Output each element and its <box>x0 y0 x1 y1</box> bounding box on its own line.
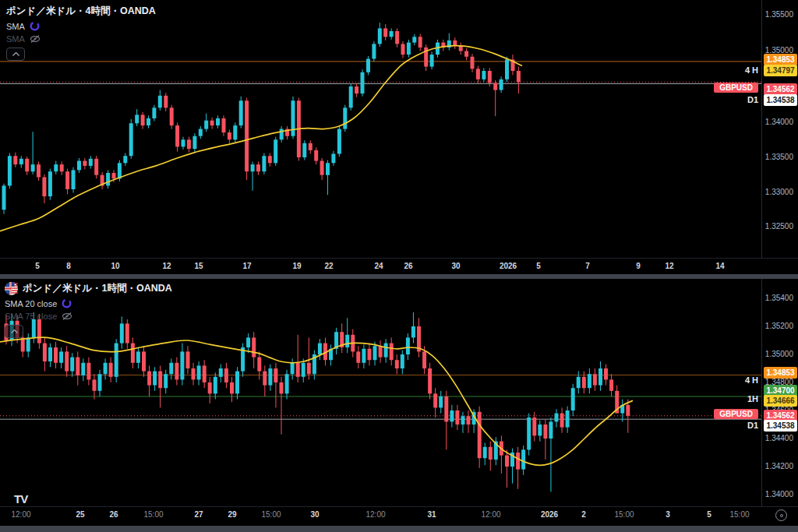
candle <box>362 344 365 368</box>
eye-off-icon[interactable] <box>30 34 41 44</box>
tradingview-logo[interactable]: TV <box>14 492 27 506</box>
candle <box>390 28 394 40</box>
time-axis-1h[interactable]: 12:00252615:00272915:003012:003112:00202… <box>0 506 798 526</box>
time-axis-4h[interactable]: 5810121517192224263020265791214 <box>0 258 798 274</box>
time-tick-label: 15:00 <box>614 510 634 519</box>
price-tick-label: 1.32500 <box>765 222 793 231</box>
time-tick-label: 24 <box>374 262 383 270</box>
candle <box>478 407 482 468</box>
price-label-box: 1.34853 <box>764 367 797 379</box>
indicator-row-sma-hidden-4h[interactable]: SMA <box>6 34 156 44</box>
candle <box>390 337 394 365</box>
time-tick-label: 2026 <box>541 510 558 519</box>
price-tick-label: 1.35000 <box>765 350 793 358</box>
price-axis-1h[interactable]: 1.354001.352001.350001.348001.346001.344… <box>761 279 798 506</box>
candle <box>527 414 531 456</box>
candle <box>447 33 451 51</box>
candle <box>555 409 559 427</box>
candle <box>424 44 428 71</box>
indicator-row-sma-4h[interactable]: SMA <box>6 21 156 31</box>
candle <box>182 137 185 150</box>
time-tick-label: 5 <box>536 262 541 270</box>
candle <box>577 372 581 394</box>
indicator-row-sma20-1h[interactable]: SMA 20 close <box>5 298 172 308</box>
candle <box>384 339 388 363</box>
candle <box>31 132 35 174</box>
time-tick-label: 3 <box>666 510 670 519</box>
candle <box>337 126 341 157</box>
time-tick-label: 9 <box>636 262 641 270</box>
candle <box>241 344 245 377</box>
candle <box>483 442 487 465</box>
candle <box>307 337 311 379</box>
candle <box>115 339 118 382</box>
candle <box>219 365 223 382</box>
time-tick-label: 27 <box>194 510 203 519</box>
sma-line[interactable] <box>0 337 633 465</box>
candle <box>383 24 387 41</box>
candle <box>441 40 445 51</box>
time-tick-label: 30 <box>451 262 460 270</box>
candle <box>141 112 145 129</box>
candle <box>455 405 459 430</box>
panel-4h: 4 HGBPUSDD1 ポンド／米ドル・4時間・OANDA SMA SMA 1.… <box>0 0 798 274</box>
candle <box>500 435 503 474</box>
collapse-button-4h[interactable] <box>6 48 25 61</box>
candle <box>192 363 196 386</box>
candle <box>471 54 475 72</box>
candle <box>407 40 411 58</box>
time-tick-label: 19 <box>292 262 301 270</box>
candle <box>517 67 521 94</box>
candle <box>170 105 174 129</box>
candle <box>175 358 178 386</box>
panel-1h: 4 H1HGBPUSDD1 ポンド／米ドル・1時間・OANDA SMA 20 c… <box>0 279 798 532</box>
time-tick-label: 12 <box>162 262 171 270</box>
candle <box>355 83 358 97</box>
time-tick-label: 7 <box>585 262 590 270</box>
candle <box>593 368 597 391</box>
price-tick-label: 1.33000 <box>765 188 793 196</box>
candle <box>224 363 228 388</box>
candle <box>263 365 267 396</box>
indicator-label: SMA 75 close <box>5 312 57 321</box>
candle <box>43 337 47 371</box>
candle <box>318 339 322 360</box>
time-tick-label: 5 <box>35 262 40 270</box>
candle <box>152 105 156 122</box>
candle <box>543 419 547 460</box>
candle <box>274 137 277 166</box>
eye-off-icon[interactable] <box>62 312 72 321</box>
pair-logo-icon <box>5 282 18 295</box>
indicator-row-sma75-1h[interactable]: SMA 75 close <box>5 312 172 321</box>
chart-title-1h: ポンド／米ドル・1時間・OANDA <box>23 282 172 295</box>
candle <box>76 351 79 385</box>
candle <box>235 367 239 399</box>
candle <box>379 340 383 363</box>
candle <box>13 153 17 167</box>
candle <box>345 318 349 353</box>
sma-line[interactable] <box>0 46 522 231</box>
candle <box>511 55 515 75</box>
candle <box>93 374 97 399</box>
candle <box>109 358 113 382</box>
candle <box>467 410 471 433</box>
candle <box>104 358 108 379</box>
candle <box>280 126 284 143</box>
candle <box>516 447 520 489</box>
time-tick-label: 12:00 <box>11 510 30 519</box>
candle <box>153 367 157 391</box>
candle <box>203 360 207 388</box>
panel-4h-header: ポンド／米ドル・4時間・OANDA SMA SMA <box>6 5 156 61</box>
price-axis-4h[interactable]: 1.355001.350001.340001.335001.330001.325… <box>761 0 798 258</box>
candle <box>428 363 432 400</box>
candle <box>83 158 87 170</box>
candle <box>401 41 405 58</box>
candle <box>65 346 69 377</box>
collapse-button-1h[interactable] <box>5 325 23 338</box>
candle <box>199 126 203 139</box>
candle <box>2 184 6 214</box>
time-axis-settings-icon[interactable] <box>775 509 787 521</box>
candle <box>169 358 173 379</box>
candle <box>464 48 468 60</box>
candle <box>204 114 208 132</box>
